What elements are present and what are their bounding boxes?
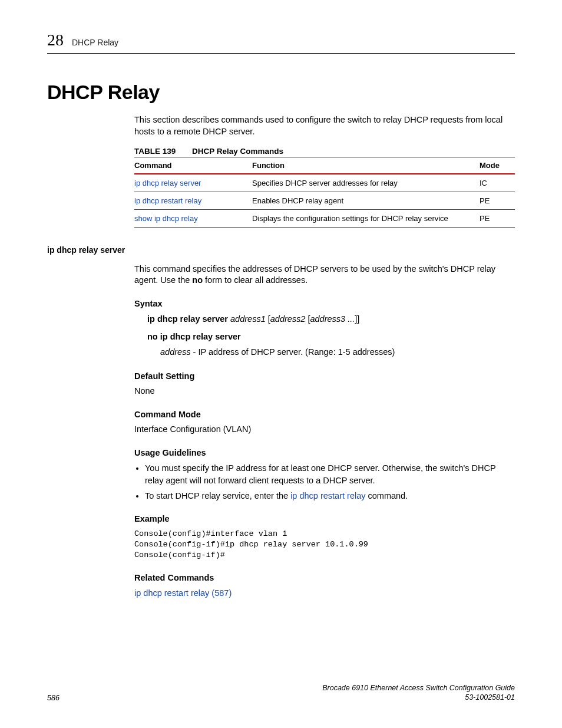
cmd-link[interactable]: show ip dhcp relay	[134, 214, 198, 223]
command-description: This command specifies the addresses of …	[134, 263, 515, 286]
table-row: show ip dhcp relay Displays the configur…	[134, 210, 515, 228]
syntax-no-form: no ip dhcp relay server	[147, 331, 515, 344]
table-number: TABLE 139	[134, 147, 176, 156]
th-command: Command	[134, 157, 252, 174]
desc-bold: no	[192, 275, 203, 285]
mode-value: Interface Configuration (VLAN)	[134, 424, 515, 436]
usage-item: To start DHCP relay service, enter the i…	[145, 490, 515, 502]
usage-item: You must specify the IP address for at l…	[145, 462, 515, 486]
doc-title: Brocade 6910 Ethernet Access Switch Conf…	[322, 684, 515, 692]
chapter-title: DHCP Relay	[72, 38, 118, 47]
usage-heading: Usage Guidelines	[134, 447, 515, 459]
default-value: None	[134, 386, 515, 397]
page-footer: 586 Brocade 6910 Ethernet Access Switch …	[47, 683, 515, 703]
example-code: Console(config)#interface vlan 1 Console…	[134, 529, 515, 561]
section-title: DHCP Relay	[47, 81, 515, 104]
usage-text: command.	[365, 491, 408, 500]
mode-heading: Command Mode	[134, 409, 515, 421]
cmd-function: Specifies DHCP server addresses for rela…	[252, 174, 480, 192]
cmd-function: Displays the configuration settings for …	[252, 210, 480, 228]
usage-text: To start DHCP relay service, enter the	[145, 491, 290, 500]
syntax-text: [	[266, 314, 270, 324]
usage-link[interactable]: ip dhcp restart relay	[290, 491, 365, 500]
chapter-number: 28	[47, 31, 64, 50]
param-name: address	[160, 347, 191, 357]
running-header: 28 DHCP Relay	[47, 31, 515, 54]
th-function: Function	[252, 157, 480, 174]
table-row: ip dhcp relay server Specifies DHCP serv…	[134, 174, 515, 192]
syntax-heading: Syntax	[134, 298, 515, 310]
section-intro: This section describes commands used to …	[134, 114, 515, 137]
cmd-link[interactable]: ip dhcp relay server	[134, 179, 201, 187]
cmd-link[interactable]: ip dhcp restart relay	[134, 196, 201, 205]
cmd-mode: PE	[480, 210, 515, 228]
cmd-mode: PE	[480, 192, 515, 210]
syntax-param: address1	[230, 314, 266, 324]
table-row: ip dhcp restart relay Enables DHCP relay…	[134, 192, 515, 210]
syntax-param-desc: address - IP address of DHCP server. (Ra…	[160, 346, 515, 359]
syntax-param: address2	[270, 314, 306, 324]
table-title: DHCP Relay Commands	[192, 147, 283, 156]
syntax-text: ]]	[355, 314, 359, 324]
desc-text: form to clear all addresses.	[203, 275, 308, 285]
param-desc: - IP address of DHCP server. (Range: 1-5…	[191, 347, 395, 357]
document-id: Brocade 6910 Ethernet Access Switch Conf…	[322, 683, 515, 703]
related-heading: Related Commands	[134, 572, 515, 584]
doc-id: 53-1002581-01	[465, 693, 515, 701]
syntax-param: address3 ...	[310, 314, 355, 324]
syntax-bold: ip dhcp relay server	[147, 314, 230, 324]
related-link[interactable]: ip dhcp restart relay (587)	[134, 588, 232, 598]
cmd-function: Enables DHCP relay agent	[252, 192, 480, 210]
th-mode: Mode	[480, 157, 515, 174]
usage-list: You must specify the IP address for at l…	[134, 462, 515, 502]
page-number: 586	[47, 694, 59, 702]
table-caption: TABLE 139 DHCP Relay Commands	[134, 147, 515, 156]
desc-text: This command specifies the addresses of …	[134, 264, 495, 285]
example-heading: Example	[134, 513, 515, 525]
syntax-line: ip dhcp relay server address1 [address2 …	[147, 313, 515, 326]
command-heading: ip dhcp relay server	[47, 245, 515, 255]
default-heading: Default Setting	[134, 371, 515, 383]
cmd-mode: IC	[480, 174, 515, 192]
command-table: Command Function Mode ip dhcp relay serv…	[134, 157, 515, 228]
